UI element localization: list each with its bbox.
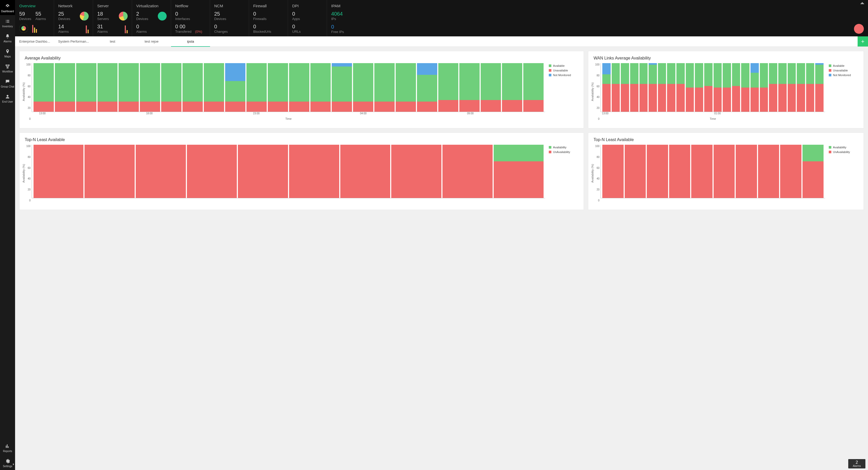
metric-value: 0 bbox=[253, 11, 267, 16]
chart-bar bbox=[691, 145, 713, 198]
chart-bar bbox=[741, 63, 749, 112]
summary-overview[interactable]: Overview 59 Devices 55 Alarms bbox=[15, 0, 54, 36]
card-topn-left: Top-N Least Available Availability (%) 1… bbox=[19, 133, 584, 210]
summary-bar: Overview 59 Devices 55 Alarms Network 25… bbox=[15, 0, 868, 36]
y-ticks: 100806040200 bbox=[26, 63, 32, 120]
metric-value: 25 bbox=[58, 11, 70, 16]
chart-bar bbox=[161, 63, 181, 112]
metric-value: 0 bbox=[331, 24, 344, 29]
chart-bar bbox=[815, 63, 824, 112]
nav-label: Dashboard bbox=[1, 10, 14, 13]
chat-icon bbox=[5, 79, 10, 84]
nav-enduser[interactable]: End User bbox=[0, 91, 15, 105]
nav-label: Workflow bbox=[2, 70, 13, 73]
chart-bar bbox=[658, 63, 666, 112]
alarm-badge[interactable]: 2 Alarms bbox=[848, 459, 865, 468]
metric-value: 0 00 bbox=[175, 24, 202, 29]
nav-label: Settings bbox=[3, 465, 12, 468]
status-dot-icon bbox=[854, 24, 864, 34]
metric-value: 0 bbox=[136, 24, 147, 29]
chart: Availability (%) 100806040200 13:0001:00… bbox=[590, 63, 862, 120]
legend-item: Available bbox=[829, 64, 862, 67]
chart-bar bbox=[704, 63, 713, 112]
chart-bar bbox=[246, 63, 267, 112]
summary-dpi[interactable]: DPI 0 Apps 0 URLs bbox=[288, 0, 327, 36]
collapse-summary-icon[interactable] bbox=[860, 2, 864, 4]
nav-dashboard[interactable]: Dashboard bbox=[0, 0, 15, 15]
pin-icon bbox=[5, 49, 10, 54]
metric-label: IPs bbox=[331, 17, 343, 21]
chart-bar bbox=[187, 145, 237, 198]
summary-ncm[interactable]: NCM 25 Devices 0 Changes bbox=[210, 0, 249, 36]
metric-label: Devices bbox=[19, 17, 31, 21]
nav-groupchat[interactable]: Group Chat bbox=[0, 75, 15, 91]
chart-bar bbox=[686, 63, 694, 112]
metric: 59 Devices bbox=[19, 11, 31, 21]
metric-value: 0 bbox=[292, 24, 301, 29]
subtab-test[interactable]: test bbox=[93, 36, 132, 46]
metric-label: Devices bbox=[136, 17, 148, 21]
legend-item: Unavailable bbox=[829, 69, 862, 72]
metric-value: 0 bbox=[253, 24, 271, 29]
chart-bar bbox=[695, 63, 703, 112]
nav-alarms[interactable]: Alarms bbox=[0, 30, 15, 45]
summary-network[interactable]: Network 25 Devices 14 Alarms bbox=[54, 0, 93, 36]
summary-server[interactable]: Server 18 Servers 31 Alarms bbox=[93, 0, 132, 36]
chart-bar bbox=[769, 63, 777, 112]
metric: 0 Alarms bbox=[136, 24, 147, 34]
left-nav-rail: DashboardInventoryAlarmsMapsWorkflowGrou… bbox=[0, 0, 15, 470]
x-ticks bbox=[32, 198, 546, 202]
chart-container: Availability (%) 100806040200 Availabili… bbox=[588, 144, 864, 210]
spark-bars bbox=[86, 25, 89, 33]
nav-settings[interactable]: Settings bbox=[0, 455, 15, 470]
metric: 0 URLs bbox=[292, 24, 301, 34]
x-axis-label: Time bbox=[32, 117, 546, 120]
nav-label: Maps bbox=[4, 55, 11, 58]
subtab-testrejoe[interactable]: test rejoe bbox=[132, 36, 171, 46]
nav-label: Reports bbox=[3, 450, 12, 452]
nav-inventory[interactable]: Inventory bbox=[0, 15, 15, 30]
chart-bar bbox=[76, 63, 96, 112]
summary-title: Server bbox=[97, 4, 128, 8]
metric-value: 14 bbox=[58, 24, 69, 29]
summary-title: DPI bbox=[292, 4, 322, 8]
metric-label: Alarms bbox=[97, 30, 107, 34]
chart-bar bbox=[523, 63, 544, 112]
nav-reports[interactable]: Reports bbox=[0, 440, 15, 455]
chart-bar bbox=[391, 145, 441, 198]
metric-value: 25 bbox=[214, 11, 226, 16]
chart: Availability (%) 100806040200 Availabili… bbox=[22, 145, 582, 202]
y-axis-label: Availability (%) bbox=[590, 145, 594, 202]
chart-bar bbox=[797, 63, 805, 112]
summary-netflow[interactable]: Netflow 0 Interfaces 0 00 Transfered(0%) bbox=[171, 0, 210, 36]
summary-firewall[interactable]: Firewall 0 Firewalls 0 BlockedUrls bbox=[249, 0, 288, 36]
x-ticks: 13:0018:0023:0004:0009:00 bbox=[32, 112, 546, 115]
summary-ipam[interactable]: IPAM 4064 IPs 0 Free IPs bbox=[327, 0, 868, 36]
dashboard-content: Average Availability Availability (%) 10… bbox=[15, 47, 868, 470]
card-title: Top-N Least Available bbox=[20, 133, 584, 144]
nav-workflow[interactable]: Workflow bbox=[0, 60, 15, 75]
subtab-sysperf[interactable]: System Performan... bbox=[54, 36, 93, 46]
metric-value: 0 bbox=[214, 24, 228, 29]
x-axis-label: Time bbox=[600, 117, 825, 120]
subtab-ipsla[interactable]: ipsla bbox=[171, 36, 210, 46]
legend-item: Unavailable bbox=[549, 69, 582, 72]
donut-icon bbox=[19, 24, 28, 33]
chart-bar bbox=[183, 63, 203, 112]
chart-bar bbox=[803, 145, 824, 198]
nav-maps[interactable]: Maps bbox=[0, 45, 15, 60]
chart-bar bbox=[34, 145, 84, 198]
chart-bar bbox=[136, 145, 186, 198]
add-dashboard-button[interactable]: + bbox=[858, 36, 868, 46]
chart-bar bbox=[625, 145, 646, 198]
subtab-enterprise[interactable]: Enterprise Dashbo... bbox=[15, 36, 54, 46]
chart-bar bbox=[602, 145, 624, 198]
metric-label: URLs bbox=[292, 30, 301, 34]
summary-virtualization[interactable]: Virtualization 2 Devices 0 Alarms bbox=[132, 0, 171, 36]
metric: 0 Interfaces bbox=[175, 11, 190, 21]
metric-value: 0 bbox=[175, 11, 190, 16]
chart-bar bbox=[723, 63, 731, 112]
chart-bar bbox=[442, 145, 493, 198]
legend-item: Not Monitored bbox=[549, 73, 582, 77]
chart-bar bbox=[780, 145, 801, 198]
